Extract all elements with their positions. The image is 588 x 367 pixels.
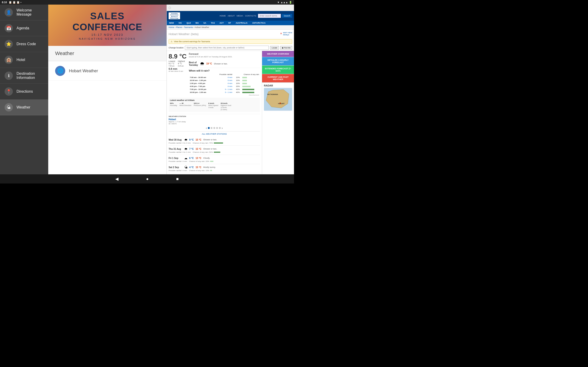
home-button[interactable]: ● <box>146 177 149 181</box>
sidebar: 👤 Welcome Message 📅 Agenda ⭐ Dress Code … <box>0 5 48 174</box>
browser-top-bar <box>167 5 294 11</box>
dresscode-icon: ⭐ <box>5 40 13 48</box>
sidebar-item-agenda[interactable]: 📅 Agenda <box>0 20 48 36</box>
sidebar-item-dresscode[interactable]: ⭐ Dress Code <box>0 36 48 52</box>
bom-find-me-button[interactable]: ◉ Find Me <box>280 46 292 50</box>
carousel-next[interactable]: › <box>222 126 223 130</box>
rain-amount: 0.8 mm <box>169 67 187 70</box>
rain-amount-3: 0 mm <box>213 82 233 85</box>
gust-block: 28 km/h Highest Gust 15 knots (2:10am) <box>221 102 231 110</box>
all-stations-link[interactable]: ALL WEATHER STATIONS <box>169 131 260 136</box>
radar-map[interactable]: NW TASMANIA HOBART <box>264 88 292 111</box>
conference-title-main: SALES <box>90 10 124 22</box>
sidebar-label-directions: Directions <box>17 90 33 94</box>
bom-search-button[interactable]: Search <box>282 14 292 18</box>
center-panel: SALES CONFERENCE 15-17 NOV 2023 NAVIGATI… <box>48 5 166 174</box>
subnav-qld[interactable]: QLD <box>184 21 193 25</box>
warning-text: View the current warnings for Tasmania <box>174 40 210 43</box>
sidebar-item-welcome[interactable]: 👤 Welcome Message <box>0 5 48 20</box>
bom-location-bar: Change location Locate ◉ Find Me <box>167 45 294 51</box>
carousel-dot-3[interactable] <box>213 127 215 129</box>
wind-speed-block: 6 km/h Wind Speed 3 knots <box>208 102 218 110</box>
gust-knots: 15 knots <box>221 107 227 108</box>
latest-weather-title: Latest weather at 9:00am <box>170 99 259 101</box>
sidebar-item-destination[interactable]: ℹ Destination Information <box>0 68 48 84</box>
destination-icon: ℹ <box>5 72 13 80</box>
rain-row-6: 10:00 pm - 1:00 am 0 - 1 mm 40% <box>189 91 260 94</box>
carousel-dot-2[interactable] <box>211 127 212 129</box>
forecast-rest-icon: 🌧 <box>200 61 204 66</box>
sidebar-item-directions[interactable]: 📍 Directions <box>0 84 48 100</box>
bom-search-input[interactable] <box>258 14 281 18</box>
subnav-sa[interactable]: SA <box>201 21 209 25</box>
bom-right-sidebar: WEATHER OVERVIEW DETAILED 3-HOURLY FOREC… <box>262 51 294 174</box>
subnav-vic[interactable]: VIC <box>176 21 184 25</box>
subnav-act[interactable]: ACT <box>217 21 226 25</box>
forecast-high-fri: 13 °C <box>196 157 201 159</box>
bom-subnav: NEW VIC QLD WA SA TAS ACT NT AUSTRALIA A… <box>167 21 294 25</box>
subnav-australia[interactable]: AUSTRALIA <box>233 21 250 25</box>
bom-locate-button[interactable]: Locate <box>270 46 279 50</box>
forecast-day-wed-header: Wed 30 Aug 🌧 9 °C 15 °C Shower or two. <box>169 138 260 142</box>
sidebar-item-weather[interactable]: 🌤 Weather <box>0 100 48 115</box>
forecast-days-list: Wed 30 Aug 🌧 9 °C 15 °C Shower or two. P… <box>169 136 260 174</box>
rain-bar-2 <box>241 79 260 82</box>
hobart-weather-item[interactable]: 🌐 Hobart Weather <box>48 61 166 81</box>
bom-search-area: Search <box>258 14 292 18</box>
rain-chance-3: 10% <box>233 82 241 85</box>
rain-chance-5: 40% <box>233 88 241 91</box>
rain-row-2: 10:00 am - 1:00 pm 0 mm 10% <box>189 79 260 82</box>
extended-forecast-btn[interactable]: EXTENDED FORECAST (7-DAY) <box>262 66 294 74</box>
temp-range: Lowest8.2 °C7:05 am Highest9 °C6:25 am <box>169 60 187 67</box>
subnav-nt[interactable]: NT <box>226 21 233 25</box>
bom-warning[interactable]: ⚠ View the current warnings for Tasmania <box>169 39 292 44</box>
subnav-tas[interactable]: TAS <box>208 21 217 25</box>
wind-dir-value: — W <box>179 102 183 104</box>
breadcrumb-home[interactable]: Home <box>169 26 174 28</box>
carousel-dot-1[interactable] <box>208 127 210 129</box>
bom-location-input[interactable] <box>185 46 269 50</box>
subnav-new[interactable]: NEW <box>167 21 176 25</box>
breadcrumb-tasmania[interactable]: Tasmania <box>184 26 193 28</box>
bom-nav-contacts[interactable]: CONTACTS <box>245 15 256 17</box>
rain-bar-4 <box>241 85 260 88</box>
bom-map-link[interactable]: 📍 MAP VIEWMetEye <box>280 32 292 36</box>
carousel-dot-5[interactable] <box>219 127 221 129</box>
carousel-dot-4[interactable] <box>216 127 218 129</box>
agenda-icon: 📅 <box>5 24 13 32</box>
wind-speed-value: 6 km/h <box>208 102 214 104</box>
rain-chance-1: 10% <box>233 76 241 79</box>
bom-nav-about[interactable]: ABOUT <box>228 15 235 17</box>
bom-location-label: Change location <box>169 47 183 49</box>
bom-nav: HOME ABOUT MEDIA CONTACTS <box>220 15 256 17</box>
radar-title: RADAR <box>264 84 292 87</box>
rain-bar-6 <box>241 91 260 94</box>
current-past-weather-btn[interactable]: CURRENT AND PAST WEATHER <box>262 74 294 83</box>
subnav-wa[interactable]: WA <box>193 21 201 25</box>
recent-button[interactable]: ■ <box>176 177 179 181</box>
back-button[interactable]: ◀ <box>115 176 119 181</box>
forecast-day-wed: Wed 30 Aug 🌧 9 °C 15 °C Shower or two. P… <box>169 136 260 146</box>
breadcrumb-places[interactable]: Places <box>176 26 182 28</box>
forecast-low-sat: 4 °C <box>189 166 194 169</box>
right-panel[interactable]: Australian GovernmentBureau of Meteorolo… <box>166 5 294 174</box>
conference-tagline: NAVIGATING NEW HORIZONS <box>79 37 136 40</box>
forecast-label: Forecast <box>189 53 260 55</box>
chance-col-header: Chance of any rain <box>233 73 260 76</box>
rain-row-4: 4:00 pm - 7:00 pm 0 mm 20% <box>189 85 260 88</box>
weather-overview-btn[interactable]: WEATHER OVERVIEW <box>262 51 294 57</box>
carousel-prev[interactable]: ‹ <box>206 126 207 130</box>
forecast-icon-sat: 🌤 <box>184 165 187 169</box>
bom-nav-home[interactable]: HOME <box>220 15 226 17</box>
gust-value: 28 km/h <box>221 102 228 104</box>
bom-nav-media[interactable]: MEDIA <box>237 15 243 17</box>
station-name[interactable]: Hobart <box>169 118 260 121</box>
forecast-detail-wed: Possible rainfall 0 to 2 mm Chance of an… <box>169 142 260 144</box>
subnav-antarctica[interactable]: ANTARCTICA <box>250 21 268 25</box>
forecast-high-sat: 15 °C <box>196 166 201 169</box>
detailed-forecast-btn[interactable]: DETAILED 3-HOURLY FORECAST <box>262 57 294 66</box>
sidebar-item-hotel[interactable]: 🏨 Hotel <box>0 52 48 68</box>
wind-speed-knots: 3 knots <box>208 107 214 108</box>
rain-time-1: 7:00 am - 10:00 am <box>189 76 213 79</box>
sidebar-label-hotel: Hotel <box>17 58 25 62</box>
